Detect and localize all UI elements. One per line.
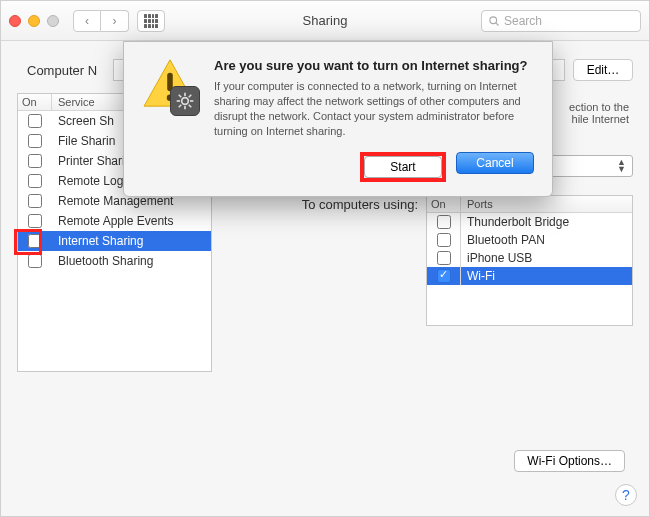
to-computers-label: To computers using: xyxy=(228,195,418,326)
service-label: Remote Apple Events xyxy=(52,212,211,230)
port-label: iPhone USB xyxy=(461,249,632,267)
port-row-wifi[interactable]: Wi-Fi xyxy=(427,267,632,285)
ports-row: To computers using: On Ports Thunderbolt… xyxy=(228,195,633,326)
sharing-preference-pane: ‹ › Sharing Search Computer N Edit… On S… xyxy=(0,0,650,517)
service-label: Bluetooth Sharing xyxy=(52,252,211,270)
service-label: Internet Sharing xyxy=(52,232,211,250)
titlebar: ‹ › Sharing Search xyxy=(1,1,649,41)
dialog-title: Are you sure you want to turn on Interne… xyxy=(214,58,534,73)
dialog-icon xyxy=(142,58,200,182)
minimize-window-button[interactable] xyxy=(28,15,40,27)
port-row-bluetooth-pan[interactable]: Bluetooth PAN xyxy=(427,231,632,249)
service-row-bluetooth-sharing[interactable]: Bluetooth Sharing xyxy=(18,251,211,271)
dialog-buttons: Start Cancel xyxy=(214,152,534,182)
port-label: Thunderbolt Bridge xyxy=(461,213,632,231)
window-controls xyxy=(9,15,59,27)
service-checkbox[interactable] xyxy=(28,174,42,188)
port-row-iphone-usb[interactable]: iPhone USB xyxy=(427,249,632,267)
dialog-text: Are you sure you want to turn on Interne… xyxy=(214,58,534,182)
back-button[interactable]: ‹ xyxy=(73,10,101,32)
service-row-remote-apple-events[interactable]: Remote Apple Events xyxy=(18,211,211,231)
svg-line-12 xyxy=(179,105,182,108)
help-button[interactable]: ? xyxy=(615,484,637,506)
port-checkbox[interactable] xyxy=(437,215,451,229)
edit-button[interactable]: Edit… xyxy=(573,59,633,81)
close-window-button[interactable] xyxy=(9,15,21,27)
chevron-left-icon: ‹ xyxy=(85,14,89,28)
search-icon xyxy=(488,15,500,27)
service-checkbox[interactable] xyxy=(28,214,42,228)
nav-buttons: ‹ › xyxy=(73,10,129,32)
port-checkbox[interactable] xyxy=(437,233,451,247)
wifi-options-row: Wi-Fi Options… xyxy=(514,450,625,472)
service-checkbox[interactable] xyxy=(28,194,42,208)
search-input[interactable]: Search xyxy=(481,10,641,32)
svg-line-10 xyxy=(179,95,182,98)
port-label: Wi-Fi xyxy=(461,267,632,285)
popup-arrows-icon: ▲▼ xyxy=(617,159,626,173)
service-checkbox[interactable] xyxy=(28,154,42,168)
svg-point-5 xyxy=(182,98,189,105)
ports-on-header: On xyxy=(427,196,461,212)
port-checkbox[interactable] xyxy=(437,251,451,265)
service-checkbox[interactable] xyxy=(28,134,42,148)
svg-line-1 xyxy=(496,22,499,25)
show-all-button[interactable] xyxy=(137,10,165,32)
zoom-window-button xyxy=(47,15,59,27)
port-label: Bluetooth PAN xyxy=(461,231,632,249)
grid-icon xyxy=(144,14,158,28)
search-placeholder: Search xyxy=(504,14,542,28)
ports-table-header: On Ports xyxy=(427,196,632,213)
svg-line-13 xyxy=(189,95,192,98)
help-icon: ? xyxy=(622,487,630,503)
service-checkbox[interactable] xyxy=(28,114,42,128)
window-title: Sharing xyxy=(303,13,348,28)
dialog-body: If your computer is connected to a netwo… xyxy=(214,79,534,138)
svg-line-11 xyxy=(189,105,192,108)
start-button-highlight: Start xyxy=(360,152,446,182)
forward-button[interactable]: › xyxy=(101,10,129,32)
service-checkbox[interactable] xyxy=(28,254,42,268)
chevron-right-icon: › xyxy=(113,14,117,28)
wifi-options-button[interactable]: Wi-Fi Options… xyxy=(514,450,625,472)
svg-point-0 xyxy=(490,16,497,23)
ports-header: Ports xyxy=(461,196,632,212)
ports-table: On Ports Thunderbolt Bridge Bluetooth PA… xyxy=(426,195,633,326)
cancel-button[interactable]: Cancel xyxy=(456,152,534,174)
service-row-internet-sharing[interactable]: Internet Sharing xyxy=(18,231,211,251)
port-checkbox[interactable] xyxy=(437,269,451,283)
service-checkbox[interactable] xyxy=(28,234,42,248)
on-header: On xyxy=(18,94,52,110)
confirm-internet-sharing-dialog: Are you sure you want to turn on Interne… xyxy=(123,41,553,197)
computer-name-label: Computer N xyxy=(27,63,97,78)
start-button[interactable]: Start xyxy=(364,156,442,178)
gear-icon xyxy=(170,86,200,116)
port-row-thunderbolt[interactable]: Thunderbolt Bridge xyxy=(427,213,632,231)
